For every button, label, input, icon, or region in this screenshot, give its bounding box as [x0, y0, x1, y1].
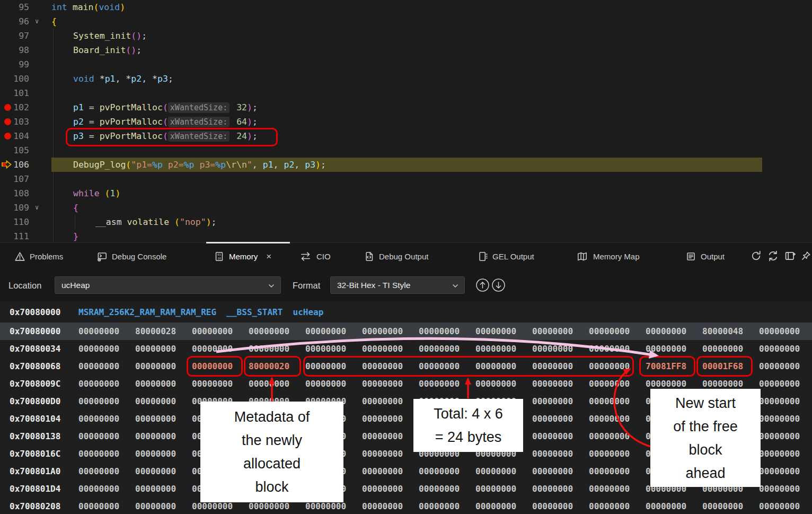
memory-cell[interactable]: 00000000	[702, 428, 743, 445]
code-line-108[interactable]: 108while (1)	[0, 186, 812, 201]
memory-cell[interactable]: 00000000	[78, 375, 119, 393]
memory-cell[interactable]: 00000000	[135, 463, 176, 480]
memory-cell[interactable]: 00000000	[192, 463, 233, 480]
memory-cell[interactable]: 00000000	[249, 323, 289, 340]
memory-cell[interactable]: 00000000	[249, 463, 289, 480]
memory-cell[interactable]: 00000000	[759, 463, 800, 480]
memory-cell[interactable]: 00000000	[759, 340, 800, 358]
memory-cell[interactable]: 00000000	[249, 375, 289, 393]
memory-cell[interactable]: 00000000	[475, 480, 516, 498]
memory-cell[interactable]: 00000000	[589, 340, 630, 358]
memory-cell[interactable]: 00000000	[419, 498, 460, 514]
memory-cell[interactable]: 00000000	[192, 498, 233, 514]
memory-cell[interactable]: 00000000	[362, 498, 403, 514]
memory-cell[interactable]: 00000000	[419, 375, 460, 393]
memory-cell[interactable]: 00000000	[475, 340, 516, 358]
memory-cell[interactable]: 00000000	[78, 323, 119, 340]
memory-cell[interactable]: 00000000	[759, 480, 800, 498]
code-line-107[interactable]: 107	[0, 172, 812, 186]
memory-cell[interactable]: 00000000	[702, 393, 743, 410]
memory-cell[interactable]: 00000000	[192, 323, 233, 340]
memory-cell[interactable]: 00000000	[78, 480, 119, 498]
memory-cell[interactable]: 00000000	[532, 498, 573, 514]
tab-memory[interactable]: 0110Memory×	[214, 243, 271, 269]
memory-cell[interactable]: 00000000	[419, 323, 460, 340]
memory-cell[interactable]: 00000000	[192, 375, 233, 393]
memory-cell[interactable]: 00000000	[362, 410, 403, 428]
memory-cell[interactable]: 00000000	[192, 393, 233, 410]
memory-cell[interactable]: 00000000	[646, 498, 686, 514]
memory-cell[interactable]: 00000000	[78, 410, 119, 428]
memory-cell[interactable]: 00000000	[532, 480, 573, 498]
memory-cell[interactable]: 00000000	[475, 428, 516, 445]
memory-cell[interactable]: 00000000	[419, 445, 460, 463]
tab-debug-output[interactable]: Debug Output	[364, 243, 428, 269]
memory-cell[interactable]: 00000000	[532, 375, 573, 393]
memory-cell[interactable]: 00000000	[249, 340, 289, 358]
memory-cell[interactable]: 00000000	[192, 340, 233, 358]
memory-cell[interactable]: 00000000	[646, 393, 686, 410]
format-dropdown[interactable]: 32-Bit Hex - TI Style	[330, 276, 465, 294]
memory-cell[interactable]: 00000000	[759, 375, 800, 393]
tab-memory-map[interactable]: Memory Map	[576, 243, 640, 269]
memory-cell[interactable]: 00000000	[475, 375, 516, 393]
memory-cell[interactable]: 00000000	[646, 480, 686, 498]
memory-cell[interactable]: 00000000	[646, 340, 686, 358]
memory-cell[interactable]: 00000000	[78, 358, 119, 375]
memory-cell[interactable]: 00000000	[646, 445, 686, 463]
memory-cell[interactable]: 00000000	[249, 428, 289, 445]
memory-cell[interactable]: 00000000	[362, 358, 403, 375]
code-line-97[interactable]: 97System_init();	[0, 29, 812, 43]
code-line-104[interactable]: 104p3 = pvPortMalloc(xWantedSize: 24);	[0, 129, 812, 143]
memory-cell[interactable]: 00000000	[135, 445, 176, 463]
memory-cell[interactable]: 00000000	[532, 445, 573, 463]
memory-cell[interactable]: 00000000	[419, 340, 460, 358]
open-new-view-button[interactable]	[784, 250, 796, 262]
memory-cell[interactable]: 00000000	[78, 428, 119, 445]
memory-cell[interactable]: 00000000	[589, 375, 630, 393]
memory-cell[interactable]: 00000000	[362, 375, 403, 393]
memory-cell[interactable]: 00000000	[532, 358, 573, 375]
code-line-109[interactable]: 109∨{	[0, 201, 812, 215]
memory-cell[interactable]: 00000000	[135, 340, 176, 358]
memory-cell[interactable]: 00000000	[305, 393, 346, 410]
memory-cell[interactable]: 00000000	[759, 393, 800, 410]
memory-cell[interactable]: 00000000	[475, 358, 516, 375]
memory-cell[interactable]: 00000000	[249, 445, 289, 463]
memory-cell[interactable]: 00000000	[532, 340, 573, 358]
memory-cell[interactable]: 00000000	[192, 445, 233, 463]
close-icon[interactable]: ×	[266, 252, 271, 261]
auto-refresh-button[interactable]	[767, 250, 779, 262]
memory-cell[interactable]: 00000000	[532, 323, 573, 340]
memory-cell[interactable]: 00000000	[646, 410, 686, 428]
memory-cell[interactable]: 00000000	[759, 358, 800, 375]
memory-cell[interactable]: 00000000	[305, 463, 346, 480]
memory-cell[interactable]: 00000000	[249, 498, 289, 514]
code-line-95[interactable]: 95int main(void)	[0, 0, 812, 14]
code-line-100[interactable]: 100void *p1, *p2, *p3;	[0, 72, 812, 86]
memory-cell[interactable]: 00000000	[305, 340, 346, 358]
memory-cell[interactable]: 00000000	[362, 323, 403, 340]
memory-cell[interactable]: 00000000	[646, 375, 686, 393]
scroll-down-button[interactable]	[491, 278, 506, 292]
memory-cell[interactable]: 00000000	[305, 498, 346, 514]
memory-cell[interactable]: 00000000	[192, 410, 233, 428]
memory-cell[interactable]: 80000028	[135, 323, 176, 340]
memory-cell[interactable]: 00000000	[702, 375, 743, 393]
memory-cell[interactable]: 00000000	[419, 393, 460, 410]
tab-output[interactable]: Output	[686, 243, 725, 269]
memory-cell[interactable]: 00000000	[305, 428, 346, 445]
memory-cell[interactable]: 00000000	[475, 463, 516, 480]
memory-cell[interactable]: 00000000	[589, 445, 630, 463]
memory-cell[interactable]: 00000000	[646, 463, 686, 480]
memory-cell[interactable]: 00000000	[249, 480, 289, 498]
memory-cell[interactable]: 00001F68	[702, 358, 743, 375]
memory-cell[interactable]: 00000000	[702, 480, 743, 498]
memory-cell[interactable]: 00000000	[475, 393, 516, 410]
memory-cell[interactable]: 00000000	[646, 323, 686, 340]
memory-cell[interactable]: 00000000	[475, 323, 516, 340]
memory-cell[interactable]: 00000000	[135, 498, 176, 514]
memory-cell[interactable]: 00000000	[78, 463, 119, 480]
memory-cell[interactable]: 00000000	[589, 393, 630, 410]
memory-cell[interactable]: 00000000	[305, 358, 346, 375]
